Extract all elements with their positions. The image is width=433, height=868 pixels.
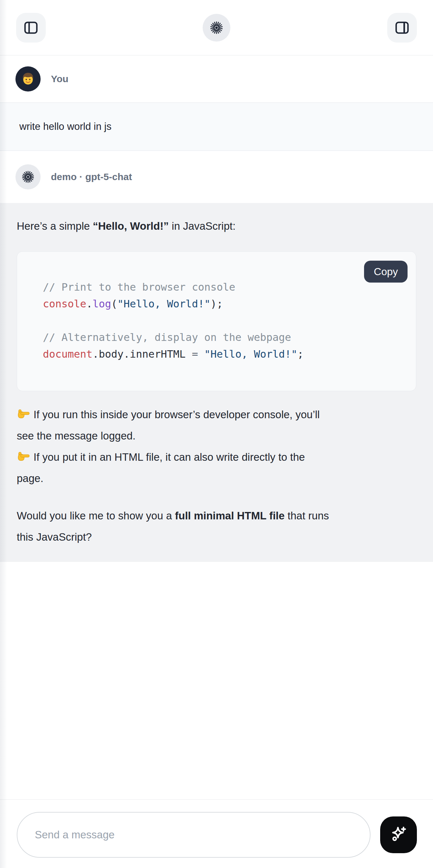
assistant-message: Here’s a simple “Hello, World!” in JavaS… [0,203,433,562]
assistant-intro-text: Here’s a simple “Hello, World!” in JavaS… [17,217,416,236]
starburst-avatar-icon [21,170,35,184]
assistant-avatar [16,164,40,189]
user-message: write hello world in js [0,102,433,151]
starburst-logo-icon [209,20,224,35]
message-input[interactable] [17,812,371,858]
app-logo-button[interactable] [203,14,230,41]
sidebar-left-icon [23,20,39,36]
pointing-right-hand-emoji [17,449,30,462]
user-avatar [16,66,40,92]
copy-button[interactable]: Copy [364,261,407,283]
tip-text: If you put it in an HTML file, it can al… [17,451,305,484]
toggle-right-panel-button[interactable] [387,13,417,42]
user-message-header: You [0,55,433,102]
composer [0,799,433,868]
code-content: // Print to the browser console console.… [17,252,416,391]
assistant-closing-text: Would you like me to show you a full min… [17,505,416,548]
send-button[interactable] [380,816,417,853]
tip-text: If you run this inside your browser’s de… [17,408,319,442]
code-block: Copy // Print to the browser console con… [17,251,416,391]
assistant-sender-label: demo · gpt-5-chat [51,172,132,182]
sparkle-icon [388,825,409,845]
toggle-sidebar-button[interactable] [16,13,46,42]
user-sender-label: You [51,73,68,85]
user-message-text: write hello world in js [19,121,112,132]
pointing-right-hand-emoji [17,406,30,420]
tips-paragraph: If you run this inside your browser’s de… [17,404,416,489]
top-bar [0,0,433,55]
person-emoji-icon [18,69,38,89]
assistant-message-header: demo · gpt-5-chat [0,151,433,203]
empty-chat-space [0,562,433,799]
sidebar-right-icon [394,20,410,36]
chat-app: You write hello world in js demo · gpt-5… [0,0,433,868]
